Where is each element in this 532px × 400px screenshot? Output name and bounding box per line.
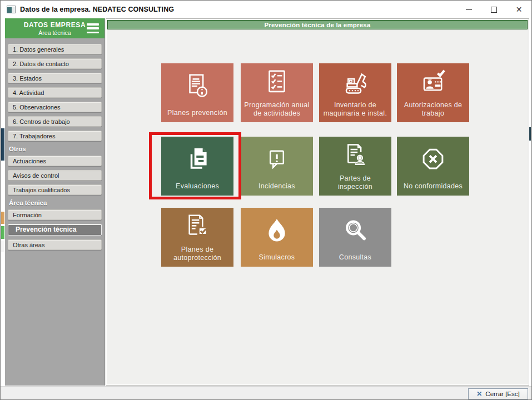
sidebar-item-centros-de-trabajo[interactable]: 6. Centros de trabajo: [8, 116, 102, 127]
title-bar: Datos de la empresa. NEDATEC CONSULTING …: [1, 1, 531, 18]
sidebar-section-area-tecnica: Área técnica: [9, 199, 102, 206]
speech-bubble-exclamation-icon: [241, 137, 313, 182]
document-person-icon: [319, 137, 391, 174]
tile-partes-inspeccion[interactable]: Partes de inspección: [319, 137, 391, 196]
document-info-icon: [161, 63, 233, 109]
blue-x-icon: ✕: [476, 390, 482, 398]
sidebar-item-estados[interactable]: 3. Estados: [8, 73, 102, 83]
tile-incidencias[interactable]: Incidencias: [241, 137, 313, 196]
sidebar: DATOS EMPRESA Área técnica 1. Datos gene…: [5, 18, 105, 386]
left-edge-white-mark: [1, 241, 4, 252]
main-panel-header: Prevención técnica de la empresa: [107, 20, 528, 29]
tile-simulacros[interactable]: Simulacros: [241, 208, 313, 267]
footer-bar: ✕ Cerrar [Esc]: [1, 386, 531, 400]
tile-label: Incidencias: [256, 182, 297, 196]
sidebar-item-observaciones[interactable]: 5. Observaciones: [8, 102, 102, 112]
sidebar-header: DATOS EMPRESA Área técnica: [5, 18, 105, 38]
sidebar-item-trabajos-cualificados[interactable]: Trabajos cualificados: [8, 184, 102, 195]
tile-no-conformidades[interactable]: No conformidades: [397, 137, 469, 196]
tile-planes-autoproteccion[interactable]: Planes de autoprotección: [161, 208, 233, 267]
id-badge-check-icon: [397, 63, 469, 101]
window-title: Datos de la empresa. NEDATEC CONSULTING: [20, 6, 174, 13]
tile-label: Evaluaciones: [173, 182, 221, 196]
flame-icon: [241, 208, 313, 253]
sidebar-item-prevencion-tecnica[interactable]: Prevención técnica: [8, 224, 102, 236]
hamburger-menu-icon[interactable]: [87, 23, 99, 33]
sidebar-item-datos-de-contacto[interactable]: 2. Datos de contacto: [8, 58, 102, 69]
left-edge-green-mark: [1, 226, 4, 239]
sidebar-item-formacion[interactable]: Formación: [8, 209, 102, 220]
tile-label: Planes prevención: [165, 109, 230, 122]
app-window: { "window": { "title": "Datos de la empr…: [0, 0, 532, 400]
sidebar-items: 1. Datos generales 2. Datos de contacto …: [5, 38, 105, 250]
left-edge-orange-mark: [1, 212, 4, 224]
maximize-icon: [491, 7, 497, 13]
tile-planes-prevencion[interactable]: Planes prevención: [161, 63, 233, 122]
tile-label: Simulacros: [257, 253, 297, 267]
sidebar-item-otras-areas[interactable]: Otras áreas: [8, 239, 102, 250]
document-check-icon: [161, 208, 233, 246]
tile-label: No conformidades: [401, 182, 465, 196]
tile-label: Partes de inspección: [319, 174, 391, 196]
sidebar-subtitle: Área técnica: [24, 29, 86, 36]
tile-inventario-maquinaria[interactable]: Inventario de maquinaria e instal.: [319, 63, 391, 122]
sidebar-item-actividad[interactable]: 4. Actividad: [8, 87, 102, 98]
documents-stack-icon: [161, 137, 233, 182]
tile-label: Inventario de maquinaria e instal.: [319, 101, 391, 122]
tile-label: Programación anual de actividades: [241, 101, 313, 122]
tile-consultas[interactable]: Consultas: [319, 208, 391, 267]
excavator-icon: [319, 63, 391, 101]
tile-label: Planes de autoprotección: [161, 246, 233, 267]
tile-label: Autorizaciones de trabajo: [397, 101, 469, 122]
left-edge-navy-mark: [1, 128, 4, 161]
sidebar-item-datos-generales[interactable]: 1. Datos generales: [8, 44, 102, 54]
sidebar-title: DATOS EMPRESA: [24, 21, 86, 29]
close-icon: ✕: [516, 6, 523, 13]
sidebar-section-otros: Otros: [9, 146, 102, 152]
sidebar-item-avisos-de-control[interactable]: Avisos de control: [8, 170, 102, 181]
magnifier-icon: [319, 208, 391, 253]
tile-label: Consultas: [337, 253, 374, 267]
tile-autorizaciones-trabajo[interactable]: Autorizaciones de trabajo: [397, 63, 469, 122]
close-esc-button[interactable]: ✕ Cerrar [Esc]: [468, 388, 528, 399]
minimize-icon: [466, 9, 472, 10]
sidebar-item-actuaciones[interactable]: Actuaciones: [8, 156, 102, 166]
octagon-x-icon: [397, 137, 469, 182]
checklist-icon: [241, 63, 313, 101]
tile-programacion-anual[interactable]: Programación anual de actividades: [241, 63, 313, 122]
main-panel: Prevención técnica de la empresa Planes …: [106, 18, 529, 386]
close-esc-label: Cerrar [Esc]: [485, 391, 519, 397]
maximize-button[interactable]: [481, 1, 506, 18]
minimize-button[interactable]: [456, 1, 481, 18]
close-button[interactable]: ✕: [506, 1, 531, 18]
app-window-icon: [7, 6, 16, 13]
tile-evaluaciones[interactable]: Evaluaciones: [161, 137, 233, 196]
sidebar-item-trabajadores[interactable]: 7. Trabajadores: [8, 131, 102, 141]
